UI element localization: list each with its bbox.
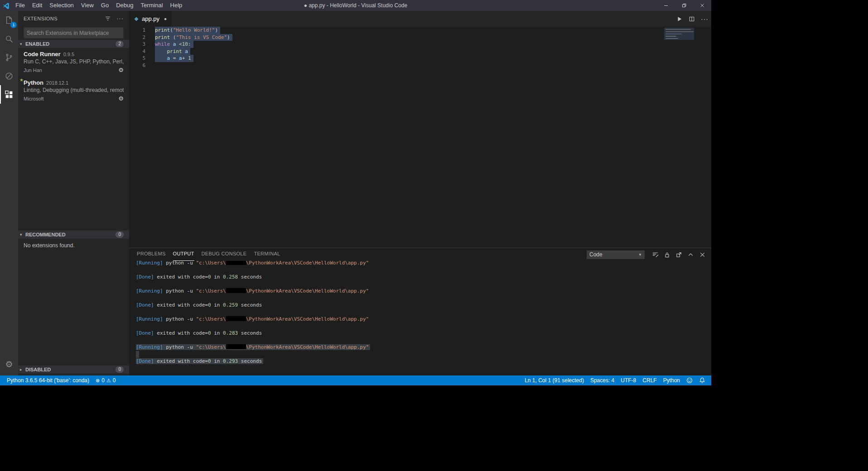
editor-code[interactable]: 1print("Hello World!")2print ("This is V… bbox=[129, 27, 711, 69]
explorer-badge: 1 bbox=[10, 22, 17, 28]
code-token bbox=[155, 55, 167, 61]
menu-view[interactable]: View bbox=[77, 0, 97, 11]
filter-icon[interactable] bbox=[105, 15, 111, 22]
search-icon bbox=[4, 34, 14, 44]
close-panel-icon[interactable] bbox=[699, 251, 706, 258]
maximize-panel-icon[interactable] bbox=[687, 251, 694, 258]
output-line: [Running] python -u "c:\Users\\PythonWor… bbox=[136, 288, 711, 295]
status-eol[interactable]: CRLF bbox=[639, 375, 660, 385]
more-actions-icon[interactable]: ··· bbox=[116, 16, 124, 21]
code-token: [Done] bbox=[136, 274, 157, 280]
extensions-search-input[interactable] bbox=[24, 28, 123, 38]
status-problems[interactable]: ⊗ 0 ⚠ 0 bbox=[92, 375, 119, 385]
run-code-button[interactable] bbox=[676, 16, 683, 22]
code-token: 0 bbox=[208, 330, 211, 336]
menu-debug[interactable]: Debug bbox=[112, 0, 137, 11]
output-channel-select[interactable]: Code ▼ bbox=[587, 250, 645, 259]
code-token: = bbox=[170, 55, 179, 61]
tab-bar: app.py ● ··· bbox=[129, 11, 711, 27]
activity-bar: 1 ⚙ bbox=[0, 11, 18, 375]
manage-gear-icon[interactable]: ⚙ bbox=[0, 355, 18, 373]
line-number: 6 bbox=[129, 62, 145, 69]
extensions-sidebar: EXTENSIONS ··· ▾ ENABLED 2 Code Runner0.… bbox=[18, 11, 129, 375]
title-bar: FileEditSelectionViewGoDebugTerminalHelp… bbox=[0, 0, 711, 11]
status-right-items: Ln 1, Col 1 (91 selected)Spaces: 4UTF-8C… bbox=[521, 375, 683, 385]
output-line-text: [Running] python -u "c:\Users\\PythonWor… bbox=[136, 261, 369, 266]
code-token: exited with code= bbox=[157, 274, 208, 280]
panel-header: PROBLEMSOUTPUTDEBUG CONSOLETERMINAL Code… bbox=[129, 248, 711, 261]
code-token: [Running] bbox=[136, 288, 166, 294]
panel-tab-output[interactable]: OUTPUT bbox=[173, 248, 194, 261]
output-line-text: [Done] exited with code=0 in 0.258 secon… bbox=[136, 274, 262, 280]
window-title: ● app.py - HelloWorld - Visual Studio Co… bbox=[304, 2, 407, 9]
activity-bar-search[interactable] bbox=[0, 29, 18, 48]
section-header-enabled[interactable]: ▾ ENABLED 2 bbox=[18, 40, 129, 48]
output-line-text: [Running] python -u "c:\Users\\PythonWor… bbox=[136, 316, 369, 322]
menu-selection[interactable]: Selection bbox=[46, 0, 77, 11]
extensions-search bbox=[24, 27, 124, 38]
panel-tab-problems[interactable]: PROBLEMS bbox=[137, 248, 166, 261]
open-in-editor-icon[interactable] bbox=[675, 251, 682, 258]
menu-edit[interactable]: Edit bbox=[29, 0, 46, 11]
editor-more-actions-icon[interactable]: ··· bbox=[701, 15, 709, 23]
twisty-expanded-icon: ▾ bbox=[20, 42, 25, 46]
code-token: 0 bbox=[208, 302, 211, 308]
status-cursor-position[interactable]: Ln 1, Col 1 (91 selected) bbox=[521, 375, 587, 385]
recommended-star-icon: ★ bbox=[19, 77, 24, 82]
scroll-lock-icon[interactable] bbox=[664, 251, 670, 258]
status-language-mode[interactable]: Python bbox=[660, 375, 683, 385]
code-line-text: a = a+ 1 bbox=[155, 55, 193, 62]
section-header-disabled[interactable]: ▸ DISABLED 0 bbox=[18, 365, 129, 374]
output-content[interactable]: [Running] python -u "c:\Users\\PythonWor… bbox=[129, 261, 711, 375]
extension-item[interactable]: Code Runner0.9.5Run C, C++, Java, JS, PH… bbox=[18, 48, 129, 77]
minimap[interactable] bbox=[664, 28, 706, 87]
tab-app-py[interactable]: app.py ● bbox=[129, 11, 171, 27]
menu-go[interactable]: Go bbox=[97, 0, 112, 11]
menu-terminal[interactable]: Terminal bbox=[137, 0, 166, 11]
menu-help[interactable]: Help bbox=[167, 0, 186, 11]
status-encoding[interactable]: UTF-8 bbox=[617, 375, 639, 385]
minimize-button[interactable] bbox=[657, 0, 675, 11]
split-editor-button[interactable] bbox=[689, 16, 695, 22]
activity-bar-extensions[interactable] bbox=[0, 85, 18, 104]
status-bar-left: Python 3.6.5 64-bit ('base': conda) ⊗ 0 … bbox=[0, 375, 119, 385]
extension-gear-icon[interactable]: ⚙ bbox=[118, 95, 124, 102]
code-token: < bbox=[176, 41, 182, 47]
clear-output-button[interactable] bbox=[652, 251, 659, 258]
status-python-interpreter[interactable]: Python 3.6.5 64-bit ('base': conda) bbox=[4, 375, 92, 385]
panel-tab-terminal[interactable]: TERMINAL bbox=[254, 248, 280, 261]
section-gap bbox=[18, 105, 129, 229]
code-line: 1print("Hello World!") bbox=[129, 27, 711, 34]
extension-gear-icon[interactable]: ⚙ bbox=[118, 67, 124, 73]
code-token: a bbox=[185, 48, 188, 54]
extension-item[interactable]: ★Python2018.12.1Linting, Debugging (mult… bbox=[18, 77, 129, 105]
code-token: while bbox=[155, 41, 170, 47]
close-button[interactable] bbox=[693, 0, 711, 11]
redacted-text bbox=[226, 316, 246, 321]
debug-icon bbox=[4, 71, 14, 81]
menu-file[interactable]: File bbox=[12, 0, 29, 11]
status-indentation[interactable]: Spaces: 4 bbox=[587, 375, 617, 385]
modified-dot-icon[interactable]: ● bbox=[164, 16, 167, 21]
extension-version: 0.9.5 bbox=[63, 52, 74, 57]
redacted-text bbox=[226, 261, 246, 265]
code-token: 0 bbox=[208, 274, 211, 280]
code-token: 0.283 bbox=[223, 330, 238, 336]
panel-tab-debug-console[interactable]: DEBUG CONSOLE bbox=[202, 248, 247, 261]
code-line: 4 print a bbox=[129, 48, 711, 55]
notifications-bell-icon[interactable] bbox=[696, 375, 709, 385]
output-line: [Done] exited with code=0 in 0.258 secon… bbox=[136, 274, 711, 281]
line-number: 2 bbox=[129, 34, 145, 41]
output-line-text: [Running] python -u "c:\Users\\PythonWor… bbox=[136, 344, 370, 350]
dropdown-arrow-icon: ▼ bbox=[638, 253, 642, 257]
feedback-smiley-icon[interactable] bbox=[683, 375, 696, 385]
activity-bar-debug[interactable] bbox=[0, 67, 18, 85]
output-line: [Done] exited with code=0 in 0.293 secon… bbox=[136, 358, 711, 365]
code-token: 0.293 bbox=[223, 358, 238, 364]
activity-bar-source-control[interactable] bbox=[0, 48, 18, 67]
code-token: 0.259 bbox=[223, 302, 238, 308]
activity-bar-explorer[interactable]: 1 bbox=[0, 11, 18, 29]
restore-button[interactable] bbox=[675, 0, 693, 11]
code-token: "Hello World!" bbox=[173, 27, 215, 33]
section-header-recommended[interactable]: ▾ RECOMMENDED 0 bbox=[18, 231, 129, 239]
